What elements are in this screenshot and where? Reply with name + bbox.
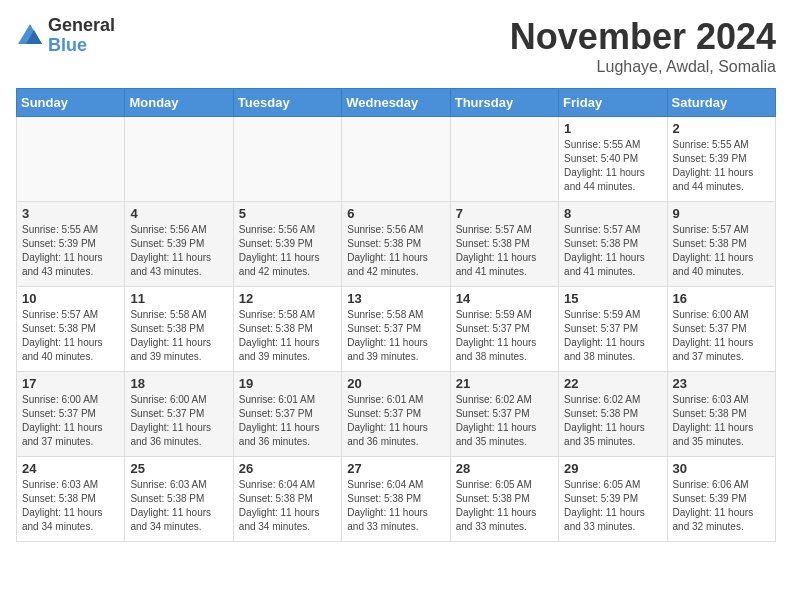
day-number: 15 [564,291,661,306]
day-number: 12 [239,291,336,306]
title-block: November 2024 Lughaye, Awdal, Somalia [510,16,776,76]
page-header: General Blue November 2024 Lughaye, Awda… [16,16,776,76]
day-info: Sunrise: 6:01 AM Sunset: 5:37 PM Dayligh… [239,393,336,449]
calendar-cell: 18Sunrise: 6:00 AM Sunset: 5:37 PM Dayli… [125,372,233,457]
day-info: Sunrise: 5:58 AM Sunset: 5:38 PM Dayligh… [130,308,227,364]
day-info: Sunrise: 6:00 AM Sunset: 5:37 PM Dayligh… [22,393,119,449]
logo-blue-label: Blue [48,36,115,56]
day-number: 19 [239,376,336,391]
calendar-cell: 14Sunrise: 5:59 AM Sunset: 5:37 PM Dayli… [450,287,558,372]
calendar-cell: 28Sunrise: 6:05 AM Sunset: 5:38 PM Dayli… [450,457,558,542]
day-number: 13 [347,291,444,306]
calendar-cell: 8Sunrise: 5:57 AM Sunset: 5:38 PM Daylig… [559,202,667,287]
day-info: Sunrise: 6:03 AM Sunset: 5:38 PM Dayligh… [130,478,227,534]
calendar-week-row: 24Sunrise: 6:03 AM Sunset: 5:38 PM Dayli… [17,457,776,542]
calendar-week-row: 10Sunrise: 5:57 AM Sunset: 5:38 PM Dayli… [17,287,776,372]
day-info: Sunrise: 5:55 AM Sunset: 5:40 PM Dayligh… [564,138,661,194]
calendar-cell: 29Sunrise: 6:05 AM Sunset: 5:39 PM Dayli… [559,457,667,542]
day-info: Sunrise: 6:03 AM Sunset: 5:38 PM Dayligh… [673,393,770,449]
calendar-cell [125,117,233,202]
day-info: Sunrise: 6:03 AM Sunset: 5:38 PM Dayligh… [22,478,119,534]
calendar: SundayMondayTuesdayWednesdayThursdayFrid… [16,88,776,542]
day-info: Sunrise: 5:56 AM Sunset: 5:39 PM Dayligh… [130,223,227,279]
day-number: 26 [239,461,336,476]
day-info: Sunrise: 6:05 AM Sunset: 5:38 PM Dayligh… [456,478,553,534]
calendar-cell: 16Sunrise: 6:00 AM Sunset: 5:37 PM Dayli… [667,287,775,372]
calendar-cell: 27Sunrise: 6:04 AM Sunset: 5:38 PM Dayli… [342,457,450,542]
calendar-header-monday: Monday [125,89,233,117]
calendar-cell: 3Sunrise: 5:55 AM Sunset: 5:39 PM Daylig… [17,202,125,287]
day-number: 29 [564,461,661,476]
day-info: Sunrise: 6:01 AM Sunset: 5:37 PM Dayligh… [347,393,444,449]
day-number: 4 [130,206,227,221]
day-number: 20 [347,376,444,391]
day-number: 14 [456,291,553,306]
calendar-cell: 6Sunrise: 5:56 AM Sunset: 5:38 PM Daylig… [342,202,450,287]
day-info: Sunrise: 6:02 AM Sunset: 5:37 PM Dayligh… [456,393,553,449]
day-info: Sunrise: 6:02 AM Sunset: 5:38 PM Dayligh… [564,393,661,449]
calendar-cell: 25Sunrise: 6:03 AM Sunset: 5:38 PM Dayli… [125,457,233,542]
day-info: Sunrise: 5:57 AM Sunset: 5:38 PM Dayligh… [456,223,553,279]
day-number: 27 [347,461,444,476]
day-number: 3 [22,206,119,221]
calendar-cell: 30Sunrise: 6:06 AM Sunset: 5:39 PM Dayli… [667,457,775,542]
day-info: Sunrise: 5:59 AM Sunset: 5:37 PM Dayligh… [456,308,553,364]
logo: General Blue [16,16,115,56]
calendar-cell: 9Sunrise: 5:57 AM Sunset: 5:38 PM Daylig… [667,202,775,287]
day-number: 9 [673,206,770,221]
day-number: 1 [564,121,661,136]
calendar-week-row: 1Sunrise: 5:55 AM Sunset: 5:40 PM Daylig… [17,117,776,202]
calendar-cell: 19Sunrise: 6:01 AM Sunset: 5:37 PM Dayli… [233,372,341,457]
calendar-cell: 2Sunrise: 5:55 AM Sunset: 5:39 PM Daylig… [667,117,775,202]
calendar-cell: 10Sunrise: 5:57 AM Sunset: 5:38 PM Dayli… [17,287,125,372]
calendar-cell: 4Sunrise: 5:56 AM Sunset: 5:39 PM Daylig… [125,202,233,287]
calendar-header-tuesday: Tuesday [233,89,341,117]
calendar-header-friday: Friday [559,89,667,117]
calendar-header-sunday: Sunday [17,89,125,117]
day-number: 6 [347,206,444,221]
day-number: 7 [456,206,553,221]
logo-general-label: General [48,16,115,36]
calendar-cell: 23Sunrise: 6:03 AM Sunset: 5:38 PM Dayli… [667,372,775,457]
logo-icon [16,22,44,50]
day-info: Sunrise: 5:56 AM Sunset: 5:39 PM Dayligh… [239,223,336,279]
day-number: 2 [673,121,770,136]
day-info: Sunrise: 5:57 AM Sunset: 5:38 PM Dayligh… [673,223,770,279]
day-info: Sunrise: 6:04 AM Sunset: 5:38 PM Dayligh… [239,478,336,534]
day-number: 18 [130,376,227,391]
day-info: Sunrise: 5:56 AM Sunset: 5:38 PM Dayligh… [347,223,444,279]
calendar-cell: 13Sunrise: 5:58 AM Sunset: 5:37 PM Dayli… [342,287,450,372]
calendar-cell: 17Sunrise: 6:00 AM Sunset: 5:37 PM Dayli… [17,372,125,457]
calendar-cell [342,117,450,202]
calendar-cell: 20Sunrise: 6:01 AM Sunset: 5:37 PM Dayli… [342,372,450,457]
day-info: Sunrise: 6:04 AM Sunset: 5:38 PM Dayligh… [347,478,444,534]
calendar-week-row: 17Sunrise: 6:00 AM Sunset: 5:37 PM Dayli… [17,372,776,457]
calendar-cell: 7Sunrise: 5:57 AM Sunset: 5:38 PM Daylig… [450,202,558,287]
day-number: 8 [564,206,661,221]
day-info: Sunrise: 5:59 AM Sunset: 5:37 PM Dayligh… [564,308,661,364]
day-number: 23 [673,376,770,391]
month-title: November 2024 [510,16,776,58]
day-number: 25 [130,461,227,476]
calendar-cell [450,117,558,202]
day-number: 30 [673,461,770,476]
day-number: 5 [239,206,336,221]
day-number: 16 [673,291,770,306]
day-info: Sunrise: 5:58 AM Sunset: 5:37 PM Dayligh… [347,308,444,364]
calendar-week-row: 3Sunrise: 5:55 AM Sunset: 5:39 PM Daylig… [17,202,776,287]
day-info: Sunrise: 5:55 AM Sunset: 5:39 PM Dayligh… [22,223,119,279]
day-number: 11 [130,291,227,306]
day-info: Sunrise: 6:05 AM Sunset: 5:39 PM Dayligh… [564,478,661,534]
calendar-cell: 12Sunrise: 5:58 AM Sunset: 5:38 PM Dayli… [233,287,341,372]
calendar-cell: 15Sunrise: 5:59 AM Sunset: 5:37 PM Dayli… [559,287,667,372]
calendar-header-wednesday: Wednesday [342,89,450,117]
calendar-cell: 5Sunrise: 5:56 AM Sunset: 5:39 PM Daylig… [233,202,341,287]
day-number: 22 [564,376,661,391]
calendar-cell: 26Sunrise: 6:04 AM Sunset: 5:38 PM Dayli… [233,457,341,542]
calendar-header-saturday: Saturday [667,89,775,117]
calendar-cell: 11Sunrise: 5:58 AM Sunset: 5:38 PM Dayli… [125,287,233,372]
calendar-header-row: SundayMondayTuesdayWednesdayThursdayFrid… [17,89,776,117]
day-info: Sunrise: 6:00 AM Sunset: 5:37 PM Dayligh… [130,393,227,449]
location: Lughaye, Awdal, Somalia [510,58,776,76]
calendar-cell: 22Sunrise: 6:02 AM Sunset: 5:38 PM Dayli… [559,372,667,457]
